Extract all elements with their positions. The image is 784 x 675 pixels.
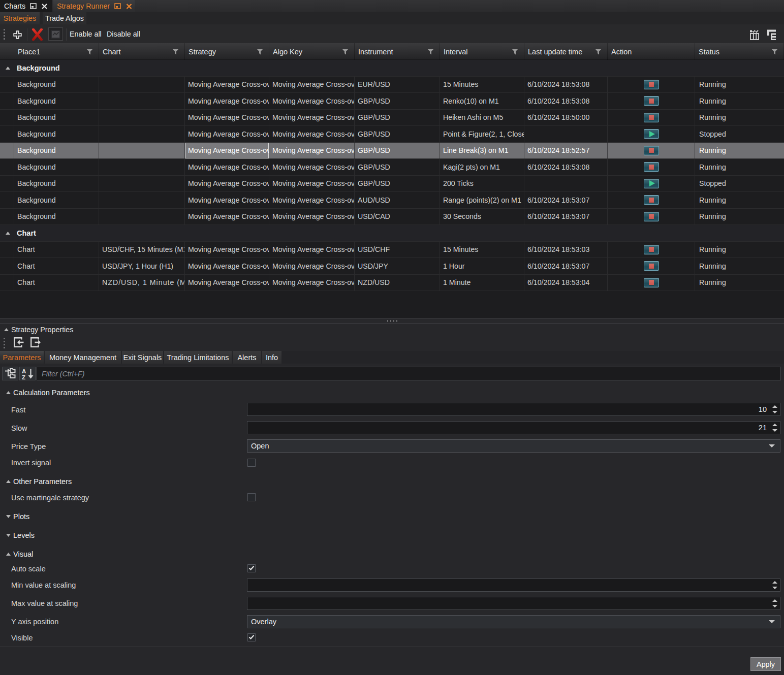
svg-text:A: A bbox=[22, 368, 26, 374]
svg-text:Z: Z bbox=[22, 374, 25, 380]
